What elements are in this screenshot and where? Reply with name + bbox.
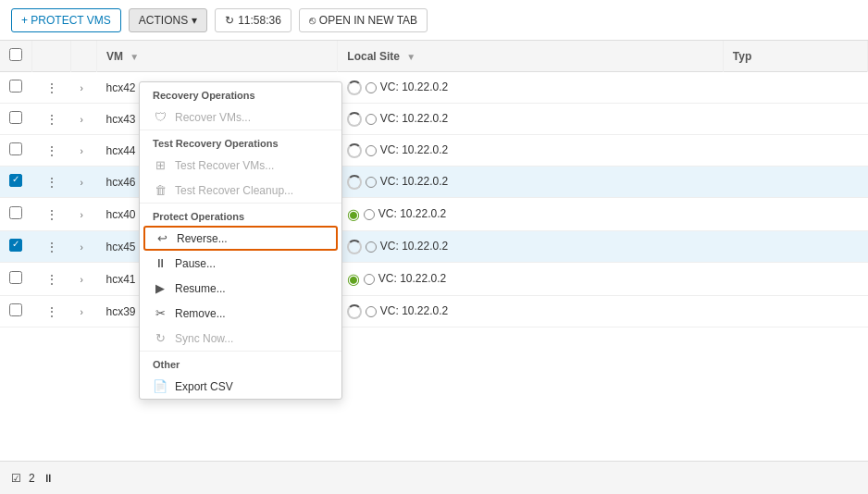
local-sort-icon: ▼ <box>406 52 415 62</box>
row-type <box>723 72 867 104</box>
open-new-tab-icon: ⎋ <box>309 14 316 27</box>
menu-section-2: Protect Operations <box>140 203 341 226</box>
row-checkbox-cell <box>0 135 32 167</box>
site-text: VC: 10.22.0.2 <box>380 80 448 93</box>
table-row: ⋮›hcx46VC: 10.22.0.2 <box>0 167 868 198</box>
menu-item-pause[interactable]: ⏸Pause... <box>140 251 341 276</box>
row-type <box>723 135 867 167</box>
secondary-status-icon <box>366 145 377 156</box>
row-expand-arrow[interactable]: › <box>71 104 97 135</box>
arrow-icon[interactable]: › <box>81 83 83 93</box>
time-label: 11:58:36 <box>238 14 281 27</box>
row-action-dots[interactable]: ⋮ <box>32 72 71 104</box>
row-checkbox[interactable] <box>9 303 22 316</box>
row-checkbox-cell <box>0 198 32 231</box>
dots-icon[interactable]: ⋮ <box>42 143 62 158</box>
protect-vms-button[interactable]: + PROTECT VMS <box>11 8 121 32</box>
row-action-dots[interactable]: ⋮ <box>32 104 71 135</box>
dots-icon[interactable]: ⋮ <box>42 240 62 254</box>
row-local-site: VC: 10.22.0.2 <box>338 231 724 263</box>
secondary-status-icon <box>366 306 377 317</box>
arrow-icon[interactable]: › <box>81 210 83 220</box>
dots-icon[interactable]: ⋮ <box>42 207 62 222</box>
refresh-button[interactable]: ↻ 11:58:36 <box>215 8 291 32</box>
row-local-site: VC: 10.22.0.2 <box>338 296 724 327</box>
footer-check-icon: ☑ <box>11 472 21 485</box>
arrow-icon[interactable]: › <box>81 178 83 188</box>
arrow-icon[interactable]: › <box>81 307 83 317</box>
secondary-status-icon <box>366 82 377 93</box>
site-text: VC: 10.22.0.2 <box>378 272 446 285</box>
secondary-status-icon <box>366 177 377 188</box>
row-action-dots[interactable]: ⋮ <box>32 167 71 198</box>
row-expand-arrow[interactable]: › <box>71 231 97 263</box>
row-checkbox[interactable] <box>9 80 22 93</box>
vm-col-header: VM ▼ <box>97 41 338 72</box>
table-body: ⋮›hcx42VC: 10.22.0.2⋮›hcx43VC: 10.22.0.2… <box>0 72 868 327</box>
menu-item-sync-now: ↻Sync Now... <box>140 326 341 351</box>
row-action-dots[interactable]: ⋮ <box>32 263 71 296</box>
row-expand-arrow[interactable]: › <box>71 72 97 104</box>
site-text: VC: 10.22.0.2 <box>380 112 448 125</box>
dots-icon[interactable]: ⋮ <box>42 304 62 319</box>
row-local-site: VC: 10.22.0.2 <box>338 72 724 104</box>
menu-item-label: Recover VMs... <box>175 111 251 124</box>
menu-item-label: Sync Now... <box>175 332 233 345</box>
dots-icon[interactable]: ⋮ <box>42 175 62 190</box>
menu-item-resume[interactable]: ▶Resume... <box>140 276 341 301</box>
menu-item-reverse[interactable]: ↩Reverse... <box>143 226 338 251</box>
arrow-icon[interactable]: › <box>81 242 83 253</box>
sync-icon: ↻ <box>153 331 167 345</box>
open-new-tab-button[interactable]: ⎋ OPEN IN NEW TAB <box>299 8 428 32</box>
dots-icon[interactable]: ⋮ <box>42 272 62 287</box>
secondary-status-icon <box>366 241 377 253</box>
spinning-status-icon <box>347 175 362 190</box>
site-text: VC: 10.22.0.2 <box>380 175 448 188</box>
row-expand-arrow[interactable]: › <box>71 263 97 296</box>
footer-selected-count: 2 <box>29 472 35 485</box>
dots-icon[interactable]: ⋮ <box>42 80 62 95</box>
row-type <box>723 104 867 135</box>
spinning-status-icon <box>347 80 362 95</box>
row-action-dots[interactable]: ⋮ <box>32 296 71 327</box>
spinning-status-icon <box>347 304 362 319</box>
row-checkbox[interactable] <box>9 206 22 219</box>
row-type <box>723 167 867 198</box>
actions-button[interactable]: ACTIONS ▾ <box>129 8 207 32</box>
row-checkbox[interactable] <box>9 271 22 284</box>
row-checkbox[interactable] <box>9 174 22 187</box>
trash-icon: 🗑 <box>153 183 167 197</box>
actions-chevron-icon: ▾ <box>192 14 197 27</box>
menu-item-export-csv[interactable]: 📄Export CSV <box>140 374 341 399</box>
row-checkbox-cell <box>0 231 32 263</box>
type-col-header: Typ <box>723 41 867 72</box>
row-action-dots[interactable]: ⋮ <box>32 135 71 167</box>
arrow-icon[interactable]: › <box>81 115 83 125</box>
grid-icon: ⊞ <box>153 158 167 172</box>
table-row: ⋮›hcx39VC: 10.22.0.2 <box>0 296 868 327</box>
row-expand-arrow[interactable]: › <box>71 135 97 167</box>
row-checkbox[interactable] <box>9 111 22 124</box>
arrow-icon[interactable]: › <box>81 275 83 285</box>
menu-section-0: Recovery Operations <box>140 82 341 105</box>
vm-table: VM ▼ Local Site ▼ Typ ⋮›hcx42VC: 10.22.0… <box>0 41 868 327</box>
row-checkbox[interactable] <box>9 239 22 252</box>
row-local-site: VC: 10.22.0.2 <box>338 135 724 167</box>
row-expand-arrow[interactable]: › <box>71 198 97 231</box>
menu-item-remove[interactable]: ✂Remove... <box>140 301 341 326</box>
row-local-site: ◉VC: 10.22.0.2 <box>338 198 724 231</box>
dots-icon[interactable]: ⋮ <box>42 112 62 127</box>
row-local-site: ◉VC: 10.22.0.2 <box>338 263 724 296</box>
row-expand-arrow[interactable]: › <box>71 296 97 327</box>
select-all-checkbox[interactable] <box>9 48 22 61</box>
row-checkbox[interactable] <box>9 142 22 155</box>
table-row: ⋮›hcx44VC: 10.22.0.2 <box>0 135 868 167</box>
menu-section-3: Other <box>140 351 341 374</box>
row-expand-arrow[interactable]: › <box>71 167 97 198</box>
row-action-dots[interactable]: ⋮ <box>32 198 71 231</box>
row-action-dots[interactable]: ⋮ <box>32 231 71 263</box>
arrow-icon[interactable]: › <box>81 146 83 156</box>
spinning-status-icon <box>347 112 362 127</box>
pause-icon: ⏸ <box>153 256 167 270</box>
menu-item-label: Export CSV <box>175 380 233 393</box>
